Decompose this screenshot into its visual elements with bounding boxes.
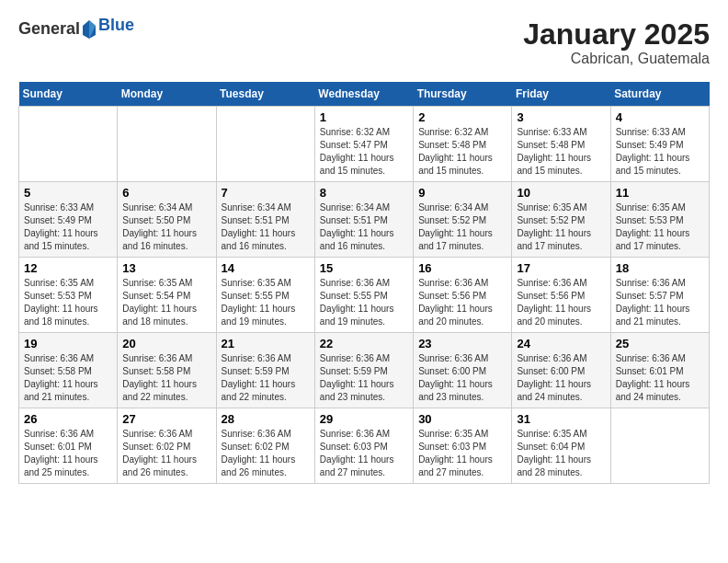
weekday-header: Tuesday (216, 82, 314, 107)
day-number: 8 (320, 186, 408, 200)
day-info: Sunrise: 6:34 AMSunset: 5:52 PMDaylight:… (418, 202, 493, 251)
calendar-cell (610, 408, 709, 484)
calendar-cell: 29 Sunrise: 6:36 AMSunset: 6:03 PMDaylig… (314, 408, 413, 484)
calendar-week-row: 1 Sunrise: 6:32 AMSunset: 5:47 PMDayligh… (19, 107, 710, 182)
calendar-cell: 13 Sunrise: 6:35 AMSunset: 5:54 PMDaylig… (118, 258, 216, 333)
logo-icon (81, 18, 97, 39)
day-number: 16 (418, 261, 506, 275)
day-number: 25 (616, 337, 704, 350)
day-number: 23 (418, 337, 506, 350)
day-info: Sunrise: 6:34 AMSunset: 5:51 PMDaylight:… (320, 202, 394, 251)
day-number: 20 (122, 337, 210, 350)
day-info: Sunrise: 6:36 AMSunset: 6:02 PMDaylight:… (222, 429, 296, 477)
day-info: Sunrise: 6:36 AMSunset: 6:01 PMDaylight:… (24, 429, 98, 477)
weekday-header: Thursday (414, 82, 512, 107)
day-info: Sunrise: 6:36 AMSunset: 5:59 PMDaylight:… (222, 353, 296, 402)
day-info: Sunrise: 6:35 AMSunset: 5:52 PMDaylight:… (517, 202, 591, 251)
calendar-cell: 3 Sunrise: 6:33 AMSunset: 5:48 PMDayligh… (512, 107, 610, 182)
calendar-cell: 10 Sunrise: 6:35 AMSunset: 5:52 PMDaylig… (512, 182, 610, 258)
day-info: Sunrise: 6:36 AMSunset: 6:03 PMDaylight:… (320, 429, 394, 477)
day-number: 22 (320, 337, 408, 350)
calendar-cell: 20 Sunrise: 6:36 AMSunset: 5:58 PMDaylig… (118, 333, 216, 408)
day-info: Sunrise: 6:35 AMSunset: 5:53 PMDaylight:… (616, 202, 690, 251)
day-number: 7 (222, 186, 310, 200)
day-number: 9 (418, 186, 506, 200)
calendar-table: SundayMondayTuesdayWednesdayThursdayFrid… (18, 82, 710, 484)
day-info: Sunrise: 6:35 AMSunset: 5:55 PMDaylight:… (222, 278, 296, 327)
weekday-header: Sunday (19, 82, 118, 107)
day-number: 2 (418, 110, 506, 124)
day-info: Sunrise: 6:36 AMSunset: 6:01 PMDaylight:… (616, 353, 690, 402)
calendar-cell: 4 Sunrise: 6:33 AMSunset: 5:49 PMDayligh… (610, 107, 709, 182)
day-info: Sunrise: 6:36 AMSunset: 6:02 PMDaylight:… (122, 429, 197, 477)
calendar-cell: 1 Sunrise: 6:32 AMSunset: 5:47 PMDayligh… (314, 107, 413, 182)
day-number: 13 (122, 261, 210, 275)
calendar-cell: 7 Sunrise: 6:34 AMSunset: 5:51 PMDayligh… (216, 182, 314, 258)
calendar-cell (216, 107, 314, 182)
calendar-cell: 19 Sunrise: 6:36 AMSunset: 5:58 PMDaylig… (19, 333, 118, 408)
day-info: Sunrise: 6:34 AMSunset: 5:50 PMDaylight:… (122, 202, 197, 251)
day-number: 14 (222, 261, 310, 275)
calendar-cell: 30 Sunrise: 6:35 AMSunset: 6:03 PMDaylig… (414, 408, 512, 484)
day-number: 15 (320, 261, 408, 275)
day-number: 11 (616, 186, 704, 200)
day-info: Sunrise: 6:36 AMSunset: 5:56 PMDaylight:… (517, 278, 591, 327)
calendar-cell: 23 Sunrise: 6:36 AMSunset: 6:00 PMDaylig… (414, 333, 512, 408)
weekday-header: Monday (118, 82, 216, 107)
calendar-cell: 5 Sunrise: 6:33 AMSunset: 5:49 PMDayligh… (19, 182, 118, 258)
calendar-cell: 15 Sunrise: 6:36 AMSunset: 5:55 PMDaylig… (314, 258, 413, 333)
calendar-cell (19, 107, 118, 182)
calendar-cell: 22 Sunrise: 6:36 AMSunset: 5:59 PMDaylig… (314, 333, 413, 408)
day-number: 12 (24, 261, 112, 275)
calendar-week-row: 19 Sunrise: 6:36 AMSunset: 5:58 PMDaylig… (19, 333, 710, 408)
day-number: 27 (122, 412, 210, 426)
day-info: Sunrise: 6:32 AMSunset: 5:47 PMDaylight:… (320, 127, 394, 176)
day-number: 6 (122, 186, 210, 200)
calendar-cell: 21 Sunrise: 6:36 AMSunset: 5:59 PMDaylig… (216, 333, 314, 408)
day-info: Sunrise: 6:36 AMSunset: 5:57 PMDaylight:… (616, 278, 690, 327)
day-info: Sunrise: 6:36 AMSunset: 5:56 PMDaylight:… (418, 278, 493, 327)
day-info: Sunrise: 6:35 AMSunset: 5:53 PMDaylight:… (24, 278, 98, 327)
day-info: Sunrise: 6:36 AMSunset: 5:59 PMDaylight:… (320, 353, 394, 402)
weekday-header: Friday (512, 82, 610, 107)
day-info: Sunrise: 6:33 AMSunset: 5:48 PMDaylight:… (517, 127, 591, 176)
weekday-header: Wednesday (314, 82, 413, 107)
page-header: General Blue January 2025 Cabrican, Guat… (18, 18, 710, 67)
calendar-cell: 26 Sunrise: 6:36 AMSunset: 6:01 PMDaylig… (19, 408, 118, 484)
day-info: Sunrise: 6:36 AMSunset: 5:58 PMDaylight:… (24, 353, 98, 402)
day-info: Sunrise: 6:36 AMSunset: 6:00 PMDaylight:… (418, 353, 493, 402)
calendar-cell: 16 Sunrise: 6:36 AMSunset: 5:56 PMDaylig… (414, 258, 512, 333)
calendar-cell: 12 Sunrise: 6:35 AMSunset: 5:53 PMDaylig… (19, 258, 118, 333)
day-number: 17 (517, 261, 605, 275)
logo-blue-text: Blue (98, 16, 134, 34)
day-number: 10 (517, 186, 605, 200)
day-info: Sunrise: 6:33 AMSunset: 5:49 PMDaylight:… (24, 202, 98, 251)
calendar-cell (118, 107, 216, 182)
month-title: January 2025 (523, 18, 710, 51)
day-number: 31 (517, 412, 605, 426)
day-info: Sunrise: 6:36 AMSunset: 5:55 PMDaylight:… (320, 278, 394, 327)
calendar-cell: 8 Sunrise: 6:34 AMSunset: 5:51 PMDayligh… (314, 182, 413, 258)
calendar-cell: 9 Sunrise: 6:34 AMSunset: 5:52 PMDayligh… (414, 182, 512, 258)
day-number: 5 (24, 186, 112, 200)
day-number: 1 (320, 110, 408, 124)
calendar-cell: 18 Sunrise: 6:36 AMSunset: 5:57 PMDaylig… (610, 258, 709, 333)
day-info: Sunrise: 6:32 AMSunset: 5:48 PMDaylight:… (418, 127, 493, 176)
calendar-cell: 2 Sunrise: 6:32 AMSunset: 5:48 PMDayligh… (414, 107, 512, 182)
calendar-week-row: 5 Sunrise: 6:33 AMSunset: 5:49 PMDayligh… (19, 182, 710, 258)
calendar-week-row: 12 Sunrise: 6:35 AMSunset: 5:53 PMDaylig… (19, 258, 710, 333)
day-number: 29 (320, 412, 408, 426)
day-number: 3 (517, 110, 605, 124)
calendar-cell: 27 Sunrise: 6:36 AMSunset: 6:02 PMDaylig… (118, 408, 216, 484)
location-title: Cabrican, Guatemala (523, 51, 710, 67)
day-number: 21 (222, 337, 310, 350)
logo: General Blue (18, 18, 134, 39)
calendar-cell: 17 Sunrise: 6:36 AMSunset: 5:56 PMDaylig… (512, 258, 610, 333)
weekday-header-row: SundayMondayTuesdayWednesdayThursdayFrid… (19, 82, 710, 107)
day-number: 26 (24, 412, 112, 426)
calendar-cell: 25 Sunrise: 6:36 AMSunset: 6:01 PMDaylig… (610, 333, 709, 408)
calendar-cell: 6 Sunrise: 6:34 AMSunset: 5:50 PMDayligh… (118, 182, 216, 258)
day-info: Sunrise: 6:35 AMSunset: 5:54 PMDaylight:… (122, 278, 197, 327)
day-number: 24 (517, 337, 605, 350)
calendar-cell: 24 Sunrise: 6:36 AMSunset: 6:00 PMDaylig… (512, 333, 610, 408)
